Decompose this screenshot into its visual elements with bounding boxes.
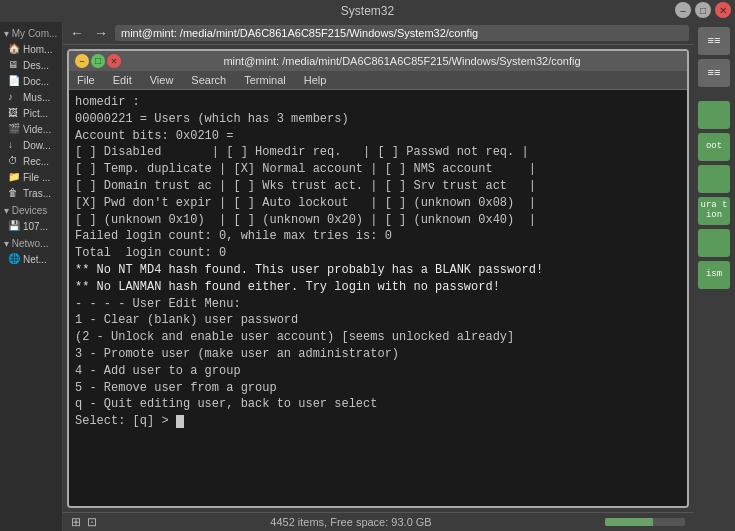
forward-button[interactable]: → [91, 25, 111, 41]
right-btn-grid2[interactable]: ≡≡ [698, 59, 730, 87]
terminal-line: Select: [q] > [75, 413, 681, 430]
sidebar-item-desktop-label: Des... [23, 60, 49, 71]
menu-view[interactable]: View [146, 72, 178, 88]
right-btn-green1[interactable] [698, 101, 730, 129]
sidebar-item-network[interactable]: 🌐 Net... [0, 251, 62, 267]
sidebar-item-downloads[interactable]: ↓ Dow... [0, 137, 62, 153]
picture-icon: 🖼 [8, 107, 20, 119]
terminal-line: ** No NT MD4 hash found. This user proba… [75, 262, 681, 279]
nav-bar: ← → [63, 22, 693, 45]
sidebar-item-doc-label: Doc... [23, 76, 49, 87]
trash-icon: 🗑 [8, 187, 20, 199]
outer-main: ▾ My Com... 🏠 Hom... 🖥 Des... 📄 Doc... ♪… [0, 22, 735, 531]
terminal-line: [ ] Disabled | [ ] Homedir req. | [ ] Pa… [75, 144, 681, 161]
terminal-line: 4 - Add user to a group [75, 363, 681, 380]
sidebar-item-device-label: 107... [23, 221, 48, 232]
bottom-icon-left[interactable]: ⊞ [71, 515, 81, 529]
menu-terminal[interactable]: Terminal [240, 72, 290, 88]
outer-win-controls: – □ ✕ [675, 2, 731, 18]
terminal-line: [X] Pwd don't expir | [ ] Auto lockout |… [75, 195, 681, 212]
sidebar-item-music-label: Mus... [23, 92, 50, 103]
music-icon: ♪ [8, 91, 20, 103]
terminal-line: ** No LANMAN hash found either. Try logi… [75, 279, 681, 296]
menu-file[interactable]: File [73, 72, 99, 88]
sidebar-item-vid-label: Vide... [23, 124, 51, 135]
recent-icon: ⏱ [8, 155, 20, 167]
term-minimize-btn[interactable]: – [75, 54, 89, 68]
network-icon: 🌐 [8, 253, 20, 265]
right-btn-ism[interactable]: ism [698, 261, 730, 289]
terminal-line: - - - - User Edit Menu: [75, 296, 681, 313]
sidebar-item-pic-label: Pict... [23, 108, 48, 119]
sidebar-item-home-label: Hom... [23, 44, 52, 55]
sidebar-item-pictures[interactable]: 🖼 Pict... [0, 105, 62, 121]
terminal-line: 3 - Promote user (make user an administr… [75, 346, 681, 363]
right-btn-uration[interactable]: ura tion [698, 197, 730, 225]
sidebar-item-trash-label: Tras... [23, 188, 51, 199]
right-btn-green2[interactable] [698, 165, 730, 193]
sidebar-item-device[interactable]: 💾 107... [0, 218, 62, 234]
terminal-line: Failed login count: 0, while max tries i… [75, 228, 681, 245]
document-icon: 📄 [8, 75, 20, 87]
home-icon: 🏠 [8, 43, 20, 55]
terminal-line: 1 - Clear (blank) user password [75, 312, 681, 329]
outer-title-bar: System32 – □ ✕ [0, 0, 735, 22]
sidebar: ▾ My Com... 🏠 Hom... 🖥 Des... 📄 Doc... ♪… [0, 22, 63, 531]
device-icon: 💾 [8, 220, 20, 232]
menu-help[interactable]: Help [300, 72, 331, 88]
terminal-line: Account bits: 0x0210 = [75, 128, 681, 145]
terminal-title-bar: – □ ✕ mint@mint: /media/mint/DA6C861A6C8… [69, 51, 687, 71]
terminal-line: [ ] Domain trust ac | [ ] Wks trust act.… [75, 178, 681, 195]
terminal-line: Total login count: 0 [75, 245, 681, 262]
outer-minimize-btn[interactable]: – [675, 2, 691, 18]
terminal-title-text: mint@mint: /media/mint/DA6C861A6C85F215/… [123, 55, 681, 67]
sidebar-item-desktop[interactable]: 🖥 Des... [0, 57, 62, 73]
sidebar-item-down-label: Dow... [23, 140, 51, 151]
bottom-icon-right[interactable]: ⊡ [87, 515, 97, 529]
sidebar-item-file[interactable]: 📁 File ... [0, 169, 62, 185]
right-btn-green3[interactable] [698, 229, 730, 257]
status-bar: ⊞ ⊡ 4452 items, Free space: 93.0 GB [63, 512, 693, 531]
sidebar-item-file-label: File ... [23, 172, 50, 183]
terminal-container: – □ ✕ mint@mint: /media/mint/DA6C861A6C8… [67, 49, 689, 508]
download-icon: ↓ [8, 139, 20, 151]
right-btn-root[interactable]: oot [698, 133, 730, 161]
terminal-body[interactable]: homedir :00000221 = Users (which has 3 m… [69, 90, 687, 506]
video-icon: 🎬 [8, 123, 20, 135]
sidebar-item-documents[interactable]: 📄 Doc... [0, 73, 62, 89]
sidebar-item-rec-label: Rec... [23, 156, 49, 167]
right-btn-grid1[interactable]: ≡≡ [698, 27, 730, 55]
menu-edit[interactable]: Edit [109, 72, 136, 88]
bottom-icons: ⊞ ⊡ [71, 515, 97, 529]
terminal-line: (2 - Unlock and enable user account) [se… [75, 329, 681, 346]
center-area: ← → – □ ✕ mint@mint: /media/mint/DA6C861… [63, 22, 693, 531]
address-bar[interactable] [115, 25, 689, 41]
outer-window: System32 – □ ✕ ▾ My Com... 🏠 Hom... 🖥 De… [0, 0, 735, 531]
terminal-menubar: File Edit View Search Terminal Help [69, 71, 687, 90]
terminal-line: 00000221 = Users (which has 3 members) [75, 111, 681, 128]
back-button[interactable]: ← [67, 25, 87, 41]
devices-label[interactable]: ▾ Devices [0, 201, 62, 218]
terminal-line: homedir : [75, 94, 681, 111]
outer-maximize-btn[interactable]: □ [695, 2, 711, 18]
terminal-cursor [176, 415, 184, 428]
sidebar-item-music[interactable]: ♪ Mus... [0, 89, 62, 105]
term-maximize-btn[interactable]: □ [91, 54, 105, 68]
file-icon: 📁 [8, 171, 20, 183]
sidebar-item-trash[interactable]: 🗑 Tras... [0, 185, 62, 201]
term-close-btn[interactable]: ✕ [107, 54, 121, 68]
sidebar-item-home[interactable]: 🏠 Hom... [0, 41, 62, 57]
status-text: 4452 items, Free space: 93.0 GB [270, 516, 431, 528]
sidebar-item-net-label: Net... [23, 254, 47, 265]
outer-title-text: System32 [341, 4, 394, 18]
network-label[interactable]: ▾ Netwo... [0, 234, 62, 251]
my-computer-label[interactable]: ▾ My Com... [0, 26, 62, 41]
sidebar-item-recent[interactable]: ⏱ Rec... [0, 153, 62, 169]
terminal-line: 5 - Remove user from a group [75, 380, 681, 397]
sidebar-item-videos[interactable]: 🎬 Vide... [0, 121, 62, 137]
menu-search[interactable]: Search [187, 72, 230, 88]
terminal-line: [ ] Temp. duplicate | [X] Normal account… [75, 161, 681, 178]
outer-close-btn[interactable]: ✕ [715, 2, 731, 18]
terminal-line: q - Quit editing user, back to user sele… [75, 396, 681, 413]
right-panel: ≡≡ ≡≡ oot ura tion ism [693, 22, 735, 531]
